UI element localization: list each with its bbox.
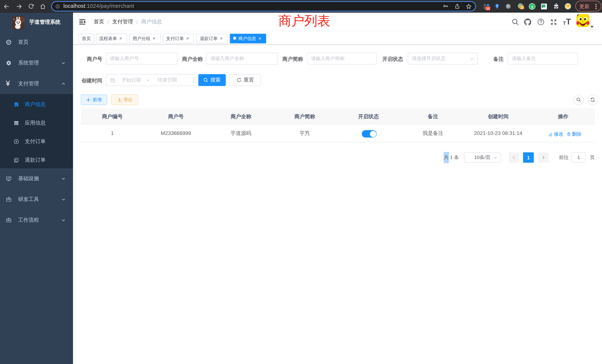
svg-text:y: y bbox=[531, 4, 533, 9]
svg-text:¥: ¥ bbox=[16, 140, 17, 143]
svg-text:⌘: ⌘ bbox=[506, 4, 510, 8]
